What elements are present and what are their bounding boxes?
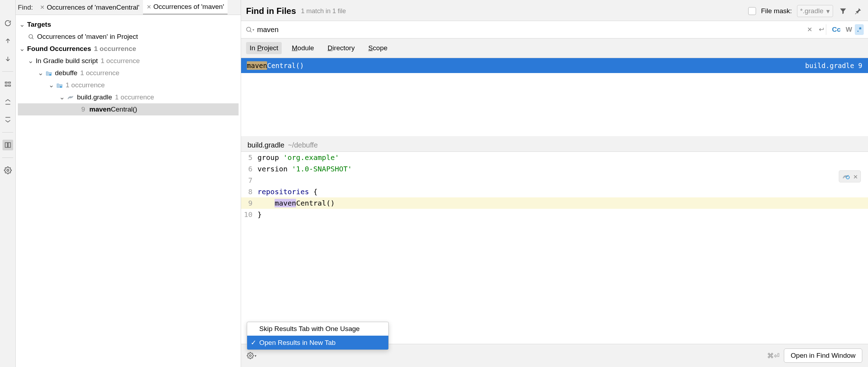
svg-rect-8 xyxy=(50,74,51,76)
preview-header: build.gradle ~/debuffe xyxy=(241,136,868,151)
editor-line[interactable]: 8repositories { xyxy=(241,186,868,197)
code: mavenCentral() xyxy=(257,199,335,207)
result-code: mavenCentral() xyxy=(90,104,137,115)
code: group 'org.example' xyxy=(257,153,339,162)
file-mask-value: *.gradle xyxy=(800,7,824,15)
expand-all-icon[interactable] xyxy=(2,97,13,107)
module-count: 1 occurrence xyxy=(66,79,105,91)
line-number: 10 xyxy=(241,210,257,219)
code: } xyxy=(257,210,262,219)
collapse-all-icon[interactable] xyxy=(2,114,13,125)
line-number: 8 xyxy=(241,187,257,196)
match-case-toggle[interactable]: Cc xyxy=(830,24,843,35)
file-mask-checkbox[interactable] xyxy=(748,7,756,15)
editor-line[interactable]: 10} xyxy=(241,209,868,220)
svg-rect-0 xyxy=(5,82,7,83)
file-name: build.gradle xyxy=(77,92,112,103)
editor-line[interactable]: 6version '1.0-SNAPSHOT' xyxy=(241,163,868,175)
file-mask-select[interactable]: *.gradle ▾ xyxy=(797,5,833,17)
regex-toggle[interactable]: .* xyxy=(855,24,864,35)
tree-node-targets-desc[interactable]: Occurrences of 'maven' in Project xyxy=(18,31,239,43)
search-input[interactable] xyxy=(257,26,803,34)
close-icon[interactable]: ✕ xyxy=(40,4,45,11)
shortcut-hint: ⌘⏎ xyxy=(767,352,780,360)
chevron-down-icon: ⌄ xyxy=(48,79,53,91)
nav-down-icon[interactable] xyxy=(2,53,13,64)
find-toolbar-gutter xyxy=(0,0,16,367)
file-mask-label: File mask: xyxy=(761,7,792,15)
find-label: Find: xyxy=(18,4,33,11)
search-icon xyxy=(28,33,34,40)
popup-item-skip[interactable]: Skip Results Tab with One Usage xyxy=(247,322,388,336)
chevron-down-icon: ⌄ xyxy=(19,19,24,30)
chevron-down-icon: ⌄ xyxy=(19,43,24,55)
svg-rect-4 xyxy=(5,143,7,147)
tree-node-file[interactable]: ⌄ build.gradle 1 occurrence xyxy=(18,91,239,103)
tree-node-module[interactable]: ⌄ 1 occurrence xyxy=(18,79,239,91)
tree-result-row[interactable]: 9 mavenCentral() xyxy=(18,103,239,115)
file-count: 1 occurrence xyxy=(115,92,154,103)
gear-icon[interactable]: ▾ xyxy=(247,352,256,359)
tree-node-targets[interactable]: ⌄ Targets xyxy=(18,19,239,31)
gutter-divider xyxy=(2,157,13,158)
found-label: Found Occurrences xyxy=(27,43,91,55)
chevron-down-icon: ⌄ xyxy=(28,55,33,67)
code: repositories { xyxy=(257,187,318,196)
svg-rect-2 xyxy=(5,85,7,86)
clear-icon[interactable]: ✕ xyxy=(803,26,816,33)
fif-footer: ▾ ⌘⏎ Open in Find Window Skip Results Ta… xyxy=(241,344,868,367)
search-row: ▾ ✕ Cc W .* xyxy=(241,21,868,38)
popup-item-open-new[interactable]: ✓ Open Results in New Tab xyxy=(247,336,388,350)
editor-line[interactable]: 7 xyxy=(241,175,868,186)
tree-node-project[interactable]: ⌄ debuffe 1 occurrence xyxy=(18,67,239,79)
preview-toggle-icon[interactable] xyxy=(2,140,13,150)
chevron-down-icon: ▾ xyxy=(826,7,830,15)
code: version '1.0-SNAPSHOT' xyxy=(257,165,352,173)
close-icon[interactable]: ✕ xyxy=(147,4,151,10)
scope-tab-directory[interactable]: Directory xyxy=(324,42,358,54)
result-row[interactable]: mavenCentral() build.gradle 9 xyxy=(241,58,868,73)
preview-editor[interactable]: ✕ 5group 'org.example'6version '1.0-SNAP… xyxy=(241,151,868,344)
build-script-count: 1 occurrence xyxy=(101,55,140,67)
svg-rect-3 xyxy=(8,85,10,86)
tree-node-found[interactable]: ⌄ Found Occurrences 1 occurrence xyxy=(18,43,239,55)
editor-line[interactable]: 9 mavenCentral() xyxy=(241,197,868,209)
layout-icon[interactable] xyxy=(2,79,13,89)
find-results-panel: Find: ✕ Occurrences of 'mavenCentral' ✕ … xyxy=(16,0,241,367)
find-tab-0[interactable]: ✕ Occurrences of 'mavenCentral' xyxy=(36,0,143,15)
svg-point-10 xyxy=(246,27,251,31)
scope-tab-project[interactable]: In Project xyxy=(246,42,282,54)
settings-icon[interactable] xyxy=(2,165,13,176)
close-icon[interactable]: ✕ xyxy=(853,172,858,181)
line-number: 6 xyxy=(241,165,257,173)
words-toggle[interactable]: W xyxy=(843,24,854,35)
gradle-icon xyxy=(67,94,74,100)
refresh-icon[interactable] xyxy=(2,18,13,29)
preview-path: ~/debuffe xyxy=(288,141,318,149)
find-tab-strip: Find: ✕ Occurrences of 'mavenCentral' ✕ … xyxy=(16,0,241,15)
editor-line[interactable]: 5group 'org.example' xyxy=(241,152,868,163)
chevron-down-icon: ⌄ xyxy=(38,67,43,79)
gradle-sync-badge[interactable]: ✕ xyxy=(839,170,861,182)
svg-rect-9 xyxy=(60,86,62,88)
open-in-find-window-button[interactable]: Open in Find Window xyxy=(784,348,862,363)
find-tab-1[interactable]: ✕ Occurrences of 'maven' xyxy=(143,0,228,15)
targets-label: Targets xyxy=(27,19,51,30)
scope-tab-module[interactable]: Module xyxy=(288,42,317,54)
svg-rect-1 xyxy=(8,82,10,83)
search-icon: ▾ xyxy=(245,26,254,33)
tree-node-build-script[interactable]: ⌄ In Gradle build script 1 occurrence xyxy=(18,55,239,67)
new-line-icon[interactable] xyxy=(816,25,826,35)
result-rest: Central() xyxy=(267,62,304,69)
nav-up-icon[interactable] xyxy=(2,36,13,46)
tab-label: Occurrences of 'maven' xyxy=(153,3,224,11)
pin-icon[interactable] xyxy=(853,6,863,16)
fif-title: Find in Files xyxy=(246,6,296,16)
fif-subtitle: 1 match in 1 file xyxy=(301,7,346,15)
scope-tab-scope[interactable]: Scope xyxy=(365,42,391,54)
project-count: 1 occurrence xyxy=(80,67,119,79)
svg-point-6 xyxy=(7,169,9,171)
targets-description: Occurrences of 'maven' in Project xyxy=(37,31,138,42)
filter-icon[interactable] xyxy=(838,6,848,16)
gear-popup: Skip Results Tab with One Usage ✓ Open R… xyxy=(247,322,389,350)
